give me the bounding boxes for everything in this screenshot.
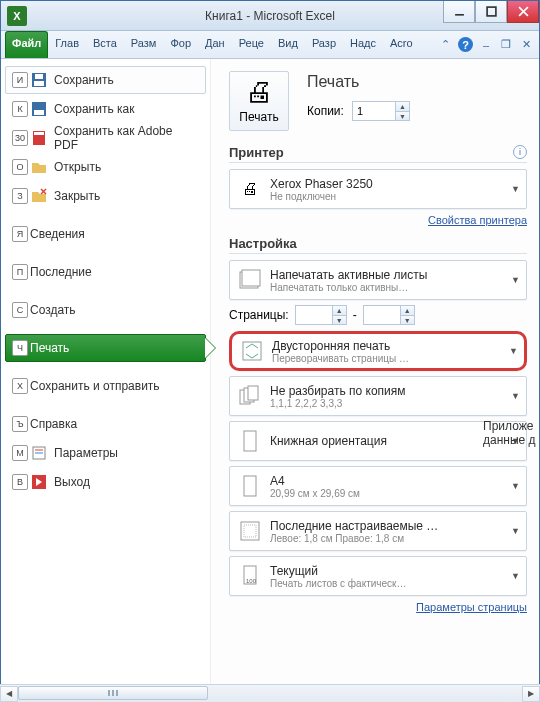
print-panel: 🖨 Печать Печать Копии: ▲ ▼ <box>211 59 539 701</box>
tab-developer[interactable]: Разр <box>305 31 343 58</box>
scroll-left-button[interactable]: ◀ <box>0 686 18 702</box>
dd-sub: Печать листов с фактическ… <box>270 578 507 589</box>
spin-down-icon[interactable]: ▼ <box>395 111 409 120</box>
menu-save[interactable]: И Сохранить <box>5 66 206 94</box>
menu-label: Создать <box>30 303 76 317</box>
papersize-dropdown[interactable]: A4 20,99 см x 29,69 см ▼ <box>229 466 527 506</box>
margins-icon <box>236 516 264 546</box>
tab-file[interactable]: Файл <box>5 31 48 58</box>
chevron-down-icon: ▼ <box>507 571 520 581</box>
close-button[interactable] <box>507 1 539 23</box>
tab-layout[interactable]: Разм <box>124 31 164 58</box>
ribbon-tabs: Файл Глав Вста Разм Фор Дан Реце Вид Раз… <box>1 31 539 59</box>
page-from-spinner[interactable]: ▲▼ <box>295 305 347 325</box>
scroll-track[interactable] <box>18 686 522 702</box>
svg-rect-19 <box>243 342 261 360</box>
doc-restore-icon[interactable]: ❐ <box>499 38 513 52</box>
tab-review[interactable]: Реце <box>232 31 271 58</box>
copies-input[interactable] <box>353 102 395 120</box>
duplex-dropdown[interactable]: Двусторонняя печать Переворачивать стран… <box>229 331 527 371</box>
minimize-button[interactable] <box>443 1 475 23</box>
key-hint: И <box>12 72 28 88</box>
page-to-spinner[interactable]: ▲▼ <box>363 305 415 325</box>
collate-icon <box>236 381 264 411</box>
printer-dropdown[interactable]: 🖨 Xerox Phaser 3250 Не подключен ▼ <box>229 169 527 209</box>
scroll-right-button[interactable]: ▶ <box>522 686 540 702</box>
tab-acrobat[interactable]: Acro <box>383 31 420 58</box>
scaling-dropdown[interactable]: 100 Текущий Печать листов с фактическ… ▼ <box>229 556 527 596</box>
menu-help[interactable]: Ъ Справка <box>5 410 206 438</box>
menu-label: Последние <box>30 265 92 279</box>
menu-options[interactable]: М Параметры <box>5 439 206 467</box>
page-to-input[interactable] <box>364 306 400 324</box>
copies-spinner[interactable]: ▲ ▼ <box>352 101 410 121</box>
horizontal-scrollbar[interactable]: ◀ ▶ <box>0 684 540 702</box>
key-hint: З <box>12 188 28 204</box>
menu-label: Сохранить как Adobe PDF <box>54 124 199 152</box>
print-button-label: Печать <box>239 110 278 124</box>
dd-label: Напечатать активные листы <box>270 268 507 282</box>
tab-home[interactable]: Глав <box>48 31 86 58</box>
exit-icon <box>30 474 48 490</box>
printer-properties-link[interactable]: Свойства принтера <box>229 214 527 226</box>
menu-label: Закрыть <box>54 189 100 203</box>
doc-minimize-icon[interactable]: – <box>479 38 493 52</box>
doc-close-icon[interactable]: ✕ <box>519 38 533 52</box>
spin-down-icon[interactable]: ▼ <box>332 315 346 324</box>
scroll-thumb[interactable] <box>18 686 208 700</box>
tab-formulas[interactable]: Фор <box>163 31 198 58</box>
key-hint: 30 <box>12 130 28 146</box>
margins-dropdown[interactable]: Последние настраиваемые … Левое: 1,8 см … <box>229 511 527 551</box>
spin-up-icon[interactable]: ▲ <box>400 306 414 315</box>
page-setup-link[interactable]: Параметры страницы <box>229 601 527 613</box>
tab-addins[interactable]: Надс <box>343 31 383 58</box>
spin-up-icon[interactable]: ▲ <box>395 102 409 111</box>
tab-insert[interactable]: Вста <box>86 31 124 58</box>
menu-exit[interactable]: В Выход <box>5 468 206 496</box>
page-from-input[interactable] <box>296 306 332 324</box>
key-hint: Ъ <box>12 416 28 432</box>
key-hint: Я <box>12 226 28 242</box>
open-icon <box>30 159 48 175</box>
dd-label: Книжная ориентация <box>270 434 507 448</box>
collate-dropdown[interactable]: Не разбирать по копиям 1,1,1 2,2,2 3,3,3… <box>229 376 527 416</box>
menu-print[interactable]: Ч Печать <box>5 334 206 362</box>
menu-new[interactable]: С Создать <box>5 296 206 324</box>
close-doc-icon <box>30 188 48 204</box>
maximize-button[interactable] <box>475 1 507 23</box>
dd-label: A4 <box>270 474 507 488</box>
tab-data[interactable]: Дан <box>198 31 232 58</box>
tab-view[interactable]: Вид <box>271 31 305 58</box>
menu-label: Сведения <box>30 227 85 241</box>
chevron-down-icon: ▼ <box>507 391 520 401</box>
menu-label: Печать <box>30 341 69 355</box>
key-hint: О <box>12 159 28 175</box>
titlebar: X Книга1 - Microsoft Excel <box>1 1 539 31</box>
svg-rect-10 <box>34 132 44 135</box>
sheets-dropdown[interactable]: Напечатать активные листы Напечатать тол… <box>229 260 527 300</box>
spin-up-icon[interactable]: ▲ <box>332 306 346 315</box>
app-window: X Книга1 - Microsoft Excel Файл Глав Вст… <box>0 0 540 702</box>
menu-recent[interactable]: П Последние <box>5 258 206 286</box>
menu-label: Справка <box>30 417 77 431</box>
menu-saveas[interactable]: К Сохранить как <box>5 95 206 123</box>
svg-rect-18 <box>242 270 260 286</box>
menu-open[interactable]: О Открыть <box>5 153 206 181</box>
excel-icon: X <box>7 6 27 26</box>
page-icon <box>236 471 264 501</box>
svg-rect-1 <box>487 7 496 16</box>
menu-close[interactable]: З Закрыть <box>5 182 206 210</box>
printer-name: Xerox Phaser 3250 <box>270 177 507 191</box>
info-icon[interactable]: i <box>513 145 527 159</box>
print-button[interactable]: 🖨 Печать <box>229 71 289 131</box>
menu-savepdf[interactable]: 30 Сохранить как Adobe PDF <box>5 124 206 152</box>
svg-rect-5 <box>34 81 44 86</box>
pdf-icon <box>30 130 48 146</box>
menu-info[interactable]: Я Сведения <box>5 220 206 248</box>
dd-sub: Напечатать только активны… <box>270 282 507 293</box>
ribbon-minimize-icon[interactable]: ⌃ <box>438 38 452 52</box>
menu-share[interactable]: Х Сохранить и отправить <box>5 372 206 400</box>
help-icon[interactable]: ? <box>458 37 473 52</box>
menu-label: Параметры <box>54 446 118 460</box>
spin-down-icon[interactable]: ▼ <box>400 315 414 324</box>
